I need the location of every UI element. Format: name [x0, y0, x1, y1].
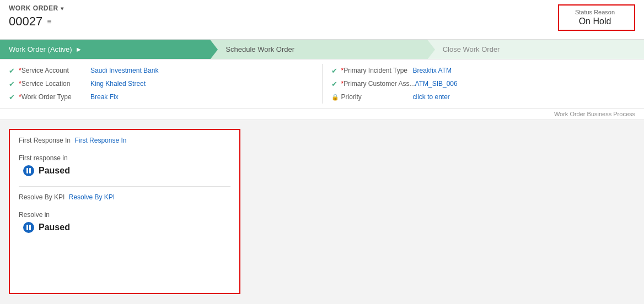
pause-icon-resolve — [23, 222, 34, 233]
kpi-first-response-label: First Response In First Response In — [19, 137, 230, 144]
svg-rect-1 — [29, 168, 31, 173]
hamburger-icon[interactable]: ≡ — [47, 17, 51, 26]
work-order-id: 00027 ≡ — [9, 14, 63, 29]
check-icon-primary-customer: ✔ — [331, 80, 339, 88]
value-primary-incident[interactable]: Breakfix ATM — [413, 67, 452, 74]
label-service-account: *Service Account — [19, 67, 90, 74]
label-priority: Priority — [341, 93, 413, 101]
field-row-service-account: ✔ *Service Account Saudi Investment Bank — [9, 64, 313, 77]
process-step-close[interactable]: Close Work Order — [427, 40, 644, 59]
kpi-resolve-status: Paused — [23, 222, 230, 233]
header-left: WORK ORDER ▾ 00027 ≡ — [9, 4, 63, 29]
pause-icon-first-response — [23, 165, 34, 176]
play-icon: ▶ — [77, 46, 81, 52]
kpi-resolve-label: Resolve By KPI Resolve By KPI — [19, 193, 230, 201]
dropdown-arrow-icon[interactable]: ▾ — [61, 6, 64, 12]
kpi-first-response-paused-row: First response in Paused — [19, 154, 230, 176]
value-work-order-type[interactable]: Break Fix — [90, 93, 119, 101]
value-service-location[interactable]: King Khaled Street — [90, 80, 146, 88]
arrow-right-1 — [210, 40, 218, 59]
kpi-resolve-link[interactable]: Resolve By KPI — [69, 193, 115, 201]
kpi-resolve-in-label: Resolve in — [19, 211, 230, 219]
process-bar: Work Order (Active) ▶ Schedule Work Orde… — [0, 40, 644, 59]
field-row-primary-incident: ✔ *Primary Incident Type Breakfix ATM — [331, 64, 636, 77]
lock-icon-priority: 🔒 — [331, 94, 339, 101]
label-primary-incident: *Primary Incident Type — [341, 67, 413, 74]
fields-col-left: ✔ *Service Account Saudi Investment Bank… — [9, 64, 322, 104]
process-step-work-order[interactable]: Work Order (Active) ▶ — [0, 40, 210, 59]
label-service-location: *Service Location — [19, 80, 90, 88]
value-service-account[interactable]: Saudi Investment Bank — [90, 67, 158, 74]
kpi-first-response-sub-label: First response in — [19, 154, 230, 162]
work-order-title: WORK ORDER — [9, 4, 58, 12]
header: WORK ORDER ▾ 00027 ≡ Status Reason On Ho… — [0, 0, 644, 40]
field-row-service-location: ✔ *Service Location King Khaled Street — [9, 77, 313, 90]
kpi-divider — [19, 186, 230, 187]
check-icon-service-location: ✔ — [9, 80, 17, 88]
kpi-first-response-paused-text: Paused — [39, 166, 70, 176]
field-row-primary-customer: ✔ *Primary Customer Ass... ATM_SIB_006 — [331, 77, 636, 90]
status-reason-box: Status Reason On Hold — [558, 4, 635, 31]
business-process-label: Work Order Business Process — [0, 108, 644, 120]
fields-col-right: ✔ *Primary Incident Type Breakfix ATM ✔ … — [322, 64, 636, 104]
kpi-first-response-link[interactable]: First Response In — [74, 137, 126, 144]
check-icon-primary-incident: ✔ — [331, 67, 339, 75]
label-primary-customer: *Primary Customer Ass... — [341, 80, 415, 88]
status-reason-value: On Hold — [567, 17, 623, 26]
svg-rect-2 — [26, 225, 28, 230]
check-icon-service-account: ✔ — [9, 67, 17, 75]
kpi-resolve-paused-text: Paused — [39, 222, 70, 232]
svg-rect-3 — [29, 225, 31, 230]
label-work-order-type: *Work Order Type — [19, 93, 90, 101]
work-order-label[interactable]: WORK ORDER ▾ — [9, 4, 63, 12]
arrow-right-2 — [427, 40, 435, 59]
kpi-first-response-status: Paused — [23, 165, 230, 176]
fields-section: ✔ *Service Account Saudi Investment Bank… — [0, 59, 644, 108]
kpi-first-response-row: First Response In First Response In — [19, 137, 230, 144]
value-priority[interactable]: click to enter — [413, 93, 450, 101]
process-step-schedule[interactable]: Schedule Work Order — [210, 40, 427, 59]
field-row-work-order-type: ✔ *Work Order Type Break Fix — [9, 90, 313, 104]
kpi-resolve-row: Resolve By KPI Resolve By KPI — [19, 193, 230, 201]
kpi-box: First Response In First Response In Firs… — [9, 129, 240, 294]
value-primary-customer[interactable]: ATM_SIB_006 — [415, 80, 458, 88]
status-reason-label: Status Reason — [567, 9, 623, 15]
kpi-resolve-paused-row: Resolve in Paused — [19, 211, 230, 233]
check-icon-work-order-type: ✔ — [9, 93, 17, 101]
main-content: First Response In First Response In Firs… — [0, 120, 644, 303]
field-row-priority: 🔒 Priority click to enter — [331, 90, 636, 104]
svg-rect-0 — [26, 168, 28, 173]
